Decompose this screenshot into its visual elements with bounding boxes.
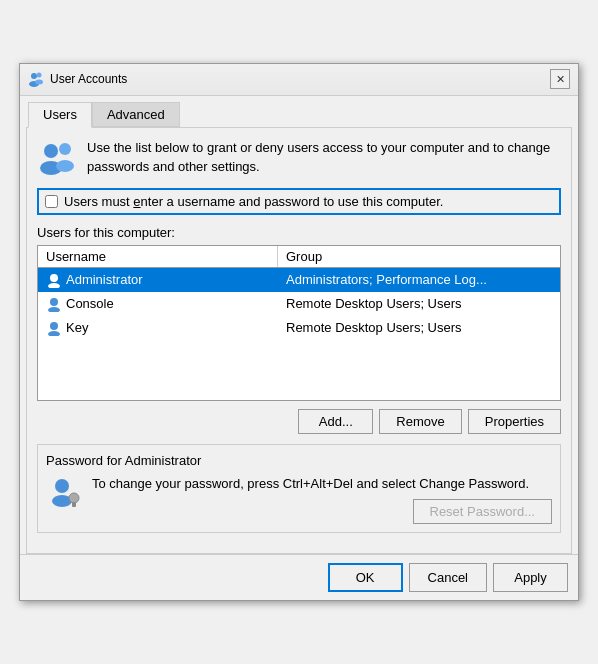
table-row[interactable]: Key Remote Desktop Users; Users xyxy=(38,316,560,340)
must-enter-password-checkbox[interactable] xyxy=(45,195,58,208)
users-table: Username Group Administrator Administrat… xyxy=(37,245,561,401)
svg-rect-17 xyxy=(72,502,76,507)
title-bar-left: User Accounts xyxy=(28,71,127,87)
remove-button[interactable]: Remove xyxy=(379,409,461,434)
tab-users[interactable]: Users xyxy=(28,102,92,128)
dialog-window: User Accounts ✕ Users Advanced Use the l… xyxy=(19,63,579,602)
table-row[interactable]: Administrator Administrators; Performanc… xyxy=(38,268,560,292)
properties-button[interactable]: Properties xyxy=(468,409,561,434)
svg-point-6 xyxy=(59,143,71,155)
svg-point-13 xyxy=(48,331,60,336)
cell-username: Console xyxy=(38,294,278,314)
user-row-icon xyxy=(46,320,62,336)
svg-point-2 xyxy=(37,73,42,78)
user-accounts-icon xyxy=(28,71,44,87)
svg-point-0 xyxy=(31,73,37,79)
intro-text: Use the list below to grant or deny user… xyxy=(87,138,561,177)
reset-password-button[interactable]: Reset Password... xyxy=(413,499,553,524)
svg-point-11 xyxy=(48,307,60,312)
user-row-icon xyxy=(46,296,62,312)
svg-point-4 xyxy=(44,144,58,158)
col-group: Group xyxy=(278,246,560,267)
table-body: Administrator Administrators; Performanc… xyxy=(38,268,560,400)
cell-group: Administrators; Performance Log... xyxy=(278,270,560,289)
svg-point-3 xyxy=(35,80,43,85)
ok-button[interactable]: OK xyxy=(328,563,403,592)
password-section: Password for Administrator To change you… xyxy=(37,444,561,534)
title-bar: User Accounts ✕ xyxy=(20,64,578,96)
intro-section: Use the list below to grant or deny user… xyxy=(37,138,561,178)
tab-content: Use the list below to grant or deny user… xyxy=(26,127,572,555)
table-buttons: Add... Remove Properties xyxy=(37,409,561,434)
svg-point-10 xyxy=(50,298,58,306)
add-button[interactable]: Add... xyxy=(298,409,373,434)
password-btn-row: Reset Password... xyxy=(92,499,552,524)
tab-advanced[interactable]: Advanced xyxy=(92,102,180,127)
close-button[interactable]: ✕ xyxy=(550,69,570,89)
svg-point-8 xyxy=(50,274,58,282)
apply-button[interactable]: Apply xyxy=(493,563,568,592)
must-enter-password-row: Users must enter a username and password… xyxy=(37,188,561,215)
checkbox-label: Users must enter a username and password… xyxy=(64,194,443,209)
table-empty-space xyxy=(38,340,560,400)
svg-point-16 xyxy=(69,493,79,503)
dialog-footer: OK Cancel Apply xyxy=(20,554,578,600)
cell-group: Remote Desktop Users; Users xyxy=(278,318,560,337)
svg-point-12 xyxy=(50,322,58,330)
svg-point-9 xyxy=(48,283,60,288)
cell-username: Administrator xyxy=(38,270,278,290)
svg-point-14 xyxy=(55,479,69,493)
cancel-button[interactable]: Cancel xyxy=(409,563,487,592)
password-inner: To change your password, press Ctrl+Alt+… xyxy=(46,474,552,525)
tabs-bar: Users Advanced xyxy=(20,96,578,127)
col-username: Username xyxy=(38,246,278,267)
users-group-icon xyxy=(37,138,77,178)
password-text-area: To change your password, press Ctrl+Alt+… xyxy=(92,474,552,525)
cell-username: Key xyxy=(38,318,278,338)
password-section-title: Password for Administrator xyxy=(46,453,552,468)
password-instruction-text: To change your password, press Ctrl+Alt+… xyxy=(92,476,529,491)
table-row[interactable]: Console Remote Desktop Users; Users xyxy=(38,292,560,316)
users-for-computer-label: Users for this computer: xyxy=(37,225,561,240)
cell-group: Remote Desktop Users; Users xyxy=(278,294,560,313)
dialog-title: User Accounts xyxy=(50,72,127,86)
password-user-icon xyxy=(46,474,82,510)
svg-point-7 xyxy=(56,160,74,172)
table-header: Username Group xyxy=(38,246,560,268)
user-row-icon xyxy=(46,272,62,288)
